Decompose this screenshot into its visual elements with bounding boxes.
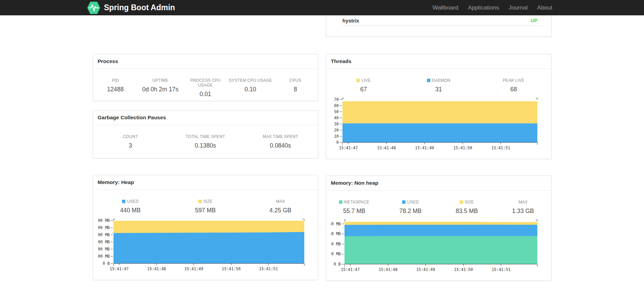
metric-label: PID <box>93 78 138 83</box>
svg-text:20 MB: 20 MB <box>331 252 341 256</box>
content: Process PID 12488 UPTIME 0d 0h 2m 17s PR… <box>93 15 552 297</box>
process-metrics: PID 12488 UPTIME 0d 0h 2m 17s PROCESS CP… <box>93 69 318 98</box>
metric-gc-total-time: TOTAL TIME SPENT 0.1380s <box>168 134 243 149</box>
live-color-swatch <box>356 79 360 82</box>
threads-card: Threads LIVE 67 DAEMON 31 PEAK LIVE 68 1… <box>326 54 552 159</box>
metric-process-cpu: PROCESS CPU USAGE 0.01 <box>183 78 228 98</box>
metric-cpus: CPUS 8 <box>273 78 318 98</box>
navbar: Spring Boot Admin Wallboard Applications… <box>0 0 644 15</box>
svg-text:200 MB: 200 MB <box>98 247 110 252</box>
legend-label: USED <box>127 199 139 204</box>
memory-nonheap-chart: 15:41:4715:41:4815:41:4915:41:5015:41:51… <box>331 216 546 274</box>
metric-pid: PID 12488 <box>93 78 138 98</box>
svg-text:0 B: 0 B <box>334 262 341 267</box>
size-color-swatch <box>460 200 463 204</box>
navbar-container: Spring Boot Admin Wallboard Applications… <box>87 0 557 15</box>
svg-text:60: 60 <box>334 103 339 108</box>
process-card: Process PID 12488 UPTIME 0d 0h 2m 17s PR… <box>93 54 319 101</box>
metric-label: CPUS <box>273 78 318 83</box>
threads-legend: LIVE 67 DAEMON 31 PEAK LIVE 68 <box>326 69 551 93</box>
svg-text:15:41:49: 15:41:49 <box>416 267 435 272</box>
legend-value: 597 MB <box>168 207 243 214</box>
used-color-swatch <box>402 200 405 204</box>
right-column: hystrix UP Threads LIVE 67 DAEMON 31 PEA… <box>326 15 552 297</box>
memory-nonheap-card-title: Memory: Non heap <box>326 176 551 191</box>
svg-text:0: 0 <box>336 140 339 145</box>
used-color-swatch <box>122 200 125 203</box>
legend-item-used: USED 78.2 MB <box>382 200 439 215</box>
process-card-title: Process <box>93 54 318 69</box>
svg-text:15:41:50: 15:41:50 <box>222 267 241 271</box>
legend-label: MAX <box>519 200 528 204</box>
nav-item-journal[interactable]: Journal <box>504 0 533 15</box>
legend-item-max: MAX 4.25 GB <box>243 199 318 214</box>
svg-text:15:41:49: 15:41:49 <box>415 146 434 150</box>
svg-text:80 MB: 80 MB <box>331 222 341 226</box>
brand-link[interactable]: Spring Boot Admin <box>87 1 175 14</box>
legend-label: SIZE <box>203 199 213 204</box>
legend-label: MAX <box>276 199 285 204</box>
legend-item-max: MAX 1.33 GB <box>495 200 551 215</box>
metric-value: 0.1380s <box>168 142 243 149</box>
metric-value: 0.10 <box>228 86 273 93</box>
gc-card-title: Garbage Collection Pauses <box>93 110 318 125</box>
memory-heap-card-title: Memory: Heap <box>93 175 318 190</box>
svg-text:15:41:47: 15:41:47 <box>339 146 358 150</box>
threads-chart: 15:41:4715:41:4815:41:4915:41:5015:41:51… <box>331 94 546 152</box>
nav-links: Wallboard Applications Journal About <box>428 0 557 15</box>
svg-text:15:41:47: 15:41:47 <box>110 267 128 271</box>
threads-card-title: Threads <box>326 54 551 69</box>
legend-item-size: SIZE 83.5 MB <box>439 200 495 215</box>
svg-text:15:41:51: 15:41:51 <box>259 267 278 271</box>
metric-label: TOTAL TIME SPENT <box>168 134 243 139</box>
legend-value: 83.5 MB <box>439 208 495 215</box>
legend-label: METASPACE <box>344 200 369 204</box>
legend-value: 68 <box>476 86 551 93</box>
nav-item-wallboard[interactable]: Wallboard <box>428 0 463 15</box>
svg-text:0 B: 0 B <box>103 261 110 266</box>
nav-item-about[interactable]: About <box>533 0 557 15</box>
gc-metrics: COUNT 3 TOTAL TIME SPENT 0.1380s MAX TIM… <box>93 125 318 149</box>
svg-text:15:41:51: 15:41:51 <box>492 267 510 272</box>
svg-text:15:41:51: 15:41:51 <box>491 146 510 150</box>
memory-nonheap-card: Memory: Non heap METASPACE 55.7 MB USED … <box>326 176 552 281</box>
legend-item-used: USED 440 MB <box>93 199 168 214</box>
svg-text:10: 10 <box>334 134 339 139</box>
legend-label: USED <box>407 200 419 204</box>
svg-text:50: 50 <box>334 109 339 114</box>
metric-system-cpu: SYSTEM CPU USAGE 0.10 <box>228 78 273 98</box>
metric-label: COUNT <box>93 134 168 139</box>
memory-nonheap-legend: METASPACE 55.7 MB USED 78.2 MB SIZE 83.5… <box>326 191 551 215</box>
svg-text:15:41:48: 15:41:48 <box>147 267 166 271</box>
legend-label: SIZE <box>465 200 474 204</box>
row-divider <box>342 26 542 26</box>
svg-text:15:41:50: 15:41:50 <box>453 146 472 150</box>
svg-text:15:41:47: 15:41:47 <box>341 267 360 272</box>
svg-text:60 MB: 60 MB <box>331 231 341 236</box>
svg-text:40 MB: 40 MB <box>331 242 341 246</box>
legend-label: PEAK LIVE <box>503 78 524 83</box>
gc-card: Garbage Collection Pauses COUNT 3 TOTAL … <box>93 110 319 158</box>
metric-label: MAX TIME SPENT <box>243 134 318 139</box>
metric-value: 0.01 <box>183 91 228 98</box>
legend-value: 78.2 MB <box>382 208 439 215</box>
svg-text:15:41:50: 15:41:50 <box>454 267 473 272</box>
application-row[interactable]: hystrix UP <box>326 15 551 26</box>
memory-heap-chart: 15:41:4715:41:4815:41:4915:41:5015:41:51… <box>98 215 313 273</box>
legend-value: 67 <box>326 86 401 93</box>
legend-value: 4.25 GB <box>243 207 318 214</box>
metric-value: 12488 <box>93 86 138 93</box>
svg-text:100 MB: 100 MB <box>98 254 110 259</box>
status-badge: UP <box>531 18 537 23</box>
legend-item-peak-live: PEAK LIVE 68 <box>476 78 551 93</box>
memory-heap-legend: USED 440 MB SIZE 597 MB MAX 4.25 GB <box>93 190 318 214</box>
left-column: Process PID 12488 UPTIME 0d 0h 2m 17s PR… <box>93 15 319 297</box>
application-status-card: hystrix UP <box>326 15 552 37</box>
nav-item-applications[interactable]: Applications <box>463 0 504 15</box>
metric-value: 8 <box>273 86 318 93</box>
metric-value: 3 <box>93 142 168 149</box>
legend-value: 1.33 GB <box>495 208 551 215</box>
legend-item-size: SIZE 597 MB <box>168 199 243 214</box>
metric-label: UPTIME <box>138 78 183 83</box>
legend-value: 440 MB <box>93 207 168 214</box>
